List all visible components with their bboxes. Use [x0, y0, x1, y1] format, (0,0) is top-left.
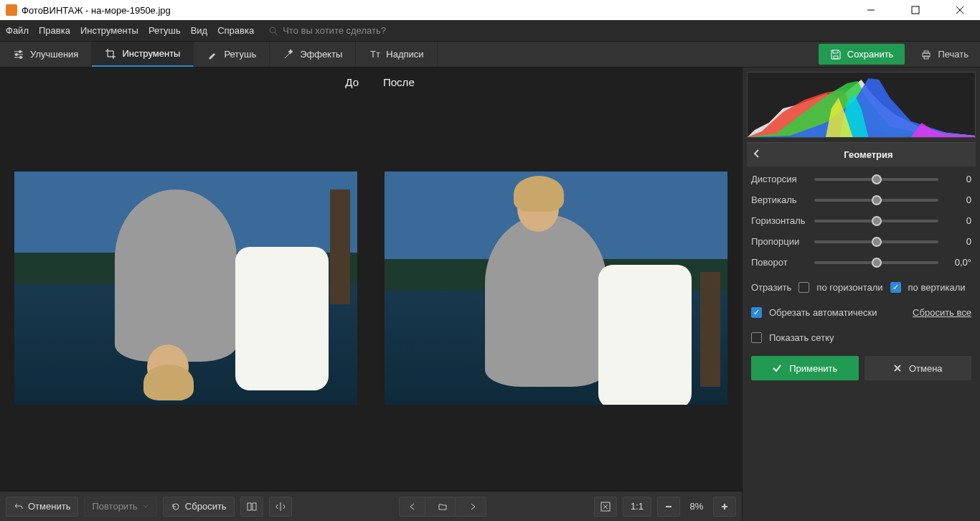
flip-h-label: по горизонтали	[816, 282, 882, 293]
cancel-button[interactable]: Отмена	[864, 356, 972, 380]
svg-text:Tт: Tт	[370, 49, 380, 60]
next-file-button[interactable]	[460, 497, 486, 516]
check-icon	[772, 363, 782, 373]
minimize-button[interactable]	[857, 0, 885, 20]
reset-all-link[interactable]: Сбросить все	[913, 307, 971, 318]
prev-file-button[interactable]	[400, 497, 425, 516]
print-button[interactable]: Печать	[909, 42, 980, 67]
menu-help[interactable]: Справка	[217, 25, 254, 36]
back-button[interactable]	[753, 149, 767, 160]
search-box[interactable]: Что вы хотите сделать?	[268, 25, 386, 36]
chevron-left-icon	[753, 149, 761, 158]
close-button[interactable]	[946, 0, 974, 20]
tab-retouch[interactable]: Ретушь	[194, 42, 270, 67]
toolbar: Улучшения Инструменты Ретушь Эффекты Tт …	[0, 42, 980, 67]
svg-point-11	[19, 56, 22, 59]
wand-icon	[283, 49, 294, 60]
auto-crop-checkbox[interactable]	[751, 307, 762, 318]
panel-header: Геометрия	[747, 142, 976, 166]
open-folder-button[interactable]	[430, 497, 456, 516]
menu-tools[interactable]: Инструменты	[80, 25, 138, 36]
svg-line-5	[275, 32, 278, 35]
histogram[interactable]	[747, 72, 976, 138]
print-icon	[920, 49, 932, 60]
flip-h-checkbox[interactable]	[798, 282, 809, 293]
search-placeholder: Что вы хотите сделать?	[283, 25, 386, 36]
sliders-icon	[13, 49, 24, 60]
compare-icon	[247, 502, 257, 512]
reset-button[interactable]: Сбросить	[163, 497, 235, 517]
menu-file[interactable]: Файл	[6, 25, 29, 36]
app-icon	[6, 4, 17, 16]
slider-proportions[interactable]: Пропорции0	[751, 236, 971, 247]
window-title: ФотоВИНТАЖ - на-море-1950e.jpg	[22, 5, 171, 16]
show-grid-label: Показать сетку	[769, 332, 834, 343]
fit-screen-button[interactable]	[594, 497, 617, 517]
before-label: До	[6, 73, 366, 91]
maximize-button[interactable]	[901, 0, 930, 20]
zoom-actual-button[interactable]: 1:1	[623, 497, 651, 517]
close-icon	[893, 364, 902, 372]
apply-button[interactable]: Применить	[751, 356, 859, 380]
after-label: После	[376, 73, 736, 91]
crop-icon	[105, 48, 116, 60]
svg-rect-1	[912, 6, 919, 14]
bottombar: Отменить Повторить Сбросить 1:1 8%	[0, 491, 742, 521]
svg-point-9	[19, 50, 22, 53]
chevron-right-icon	[469, 503, 476, 510]
tab-tools[interactable]: Инструменты	[92, 42, 194, 67]
svg-rect-16	[248, 503, 251, 510]
svg-point-4	[270, 27, 275, 33]
zoom-out-button[interactable]	[657, 497, 680, 517]
zoom-in-button[interactable]	[713, 497, 736, 517]
redo-button[interactable]: Повторить	[84, 497, 156, 517]
compare-toggle-button[interactable]	[240, 497, 263, 517]
image-before[interactable]	[14, 172, 357, 405]
auto-crop-label: Обрезать автоматически	[769, 307, 877, 318]
fit-icon	[600, 502, 611, 512]
chevron-left-icon	[409, 503, 416, 510]
reflect-label: Отразить	[751, 282, 791, 293]
flip-compare-button[interactable]	[269, 497, 292, 517]
folder-icon	[438, 502, 447, 511]
menu-edit[interactable]: Правка	[39, 25, 70, 36]
pane-after: После	[376, 73, 736, 485]
search-icon	[268, 26, 278, 36]
undo-icon	[14, 502, 24, 512]
menu-retouch[interactable]: Ретушь	[149, 25, 181, 36]
plus-icon	[720, 502, 729, 511]
compare-view: До После	[0, 67, 742, 491]
sliders: Дисторсия0 Вертикаль0 Горизонталь0 Пропо…	[743, 166, 980, 275]
pane-before: До	[6, 73, 366, 485]
show-grid-checkbox[interactable]	[751, 332, 762, 343]
save-icon	[830, 49, 842, 60]
slider-rotation[interactable]: Поворот0,0°	[751, 257, 971, 268]
file-nav	[399, 497, 486, 517]
zoom-value: 8%	[686, 501, 707, 512]
save-button[interactable]: Сохранить	[819, 44, 905, 65]
image-after[interactable]	[385, 172, 727, 405]
tab-text[interactable]: Tт Надписи	[356, 42, 437, 67]
reset-icon	[171, 502, 181, 512]
flip-v-checkbox[interactable]	[890, 282, 901, 293]
svg-rect-17	[253, 503, 256, 510]
svg-rect-14	[924, 51, 928, 53]
menu-view[interactable]: Вид	[191, 25, 208, 36]
menubar: Файл Правка Инструменты Ретушь Вид Справ…	[0, 20, 980, 42]
slider-horizontal[interactable]: Горизонталь0	[751, 215, 971, 226]
svg-point-10	[15, 53, 18, 56]
chevron-down-icon	[142, 503, 149, 510]
slider-distortion[interactable]: Дисторсия0	[751, 174, 971, 184]
slider-vertical[interactable]: Вертикаль0	[751, 194, 971, 205]
undo-button[interactable]: Отменить	[6, 497, 78, 517]
tab-effects[interactable]: Эффекты	[270, 42, 356, 67]
mirror-icon	[275, 502, 286, 512]
titlebar: ФотоВИНТАЖ - на-море-1950e.jpg	[0, 0, 980, 20]
panel-title: Геометрия	[767, 149, 970, 160]
tab-enhance[interactable]: Улучшения	[0, 42, 92, 67]
flip-v-label: по вертикали	[908, 282, 966, 293]
text-icon: Tт	[369, 49, 380, 60]
minus-icon	[664, 502, 673, 511]
brush-icon	[207, 49, 218, 60]
right-panel: Геометрия Дисторсия0 Вертикаль0 Горизонт…	[742, 67, 980, 521]
